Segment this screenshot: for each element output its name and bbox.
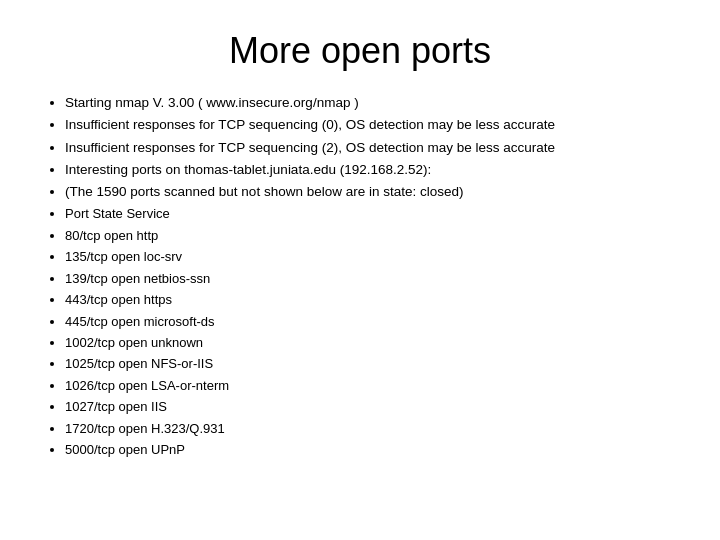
list-item: 80/tcp open http xyxy=(65,225,680,246)
list-item: Interesting ports on thomas-tablet.junia… xyxy=(65,159,680,181)
page-title: More open ports xyxy=(40,30,680,72)
slide-container: More open ports Starting nmap V. 3.00 ( … xyxy=(0,0,720,540)
list-item: 139/tcp open netbios-ssn xyxy=(65,268,680,289)
list-item: 135/tcp open loc-srv xyxy=(65,246,680,267)
list-item: 5000/tcp open UPnP xyxy=(65,439,680,460)
list-item: 1025/tcp open NFS-or-IIS xyxy=(65,353,680,374)
list-item: 1720/tcp open H.323/Q.931 xyxy=(65,418,680,439)
list-item: Starting nmap V. 3.00 ( www.insecure.org… xyxy=(65,92,680,114)
list-item: 445/tcp open microsoft-ds xyxy=(65,311,680,332)
list-item: Insufficient responses for TCP sequencin… xyxy=(65,137,680,159)
list-item: Insufficient responses for TCP sequencin… xyxy=(65,114,680,136)
content-list: Starting nmap V. 3.00 ( www.insecure.org… xyxy=(40,92,680,461)
list-item: 1027/tcp open IIS xyxy=(65,396,680,417)
list-item: 443/tcp open https xyxy=(65,289,680,310)
list-item: Port State Service xyxy=(65,203,680,224)
list-item: 1026/tcp open LSA-or-nterm xyxy=(65,375,680,396)
list-item: 1002/tcp open unknown xyxy=(65,332,680,353)
list-item: (The 1590 ports scanned but not shown be… xyxy=(65,181,680,203)
